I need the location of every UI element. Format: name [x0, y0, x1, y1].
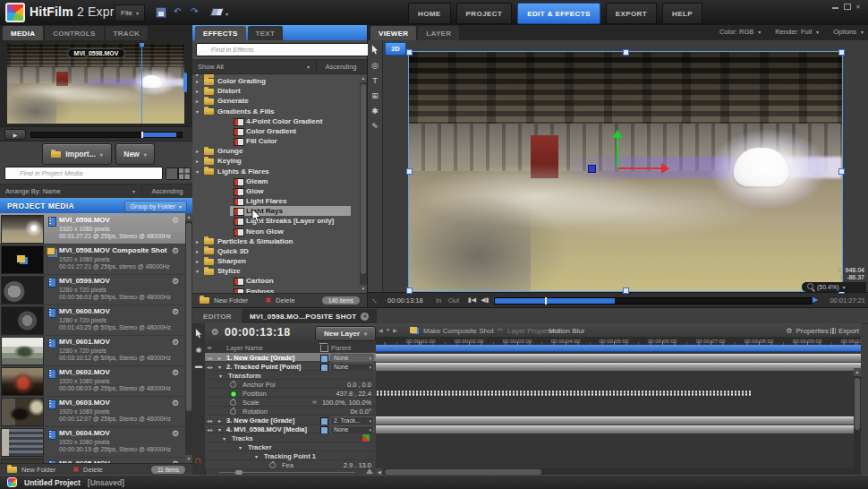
tree-collapsed-icon[interactable]: ▸ [196, 248, 199, 254]
effects-category[interactable]: ▸Grunge [192, 146, 358, 156]
preview-playhead[interactable] [141, 43, 142, 124]
media-item[interactable]: MVI_0602.MOV1920 x 1080 pixels00:00:08:0… [0, 365, 185, 397]
new-button[interactable]: New▾ [115, 143, 155, 165]
media-item[interactable]: MVI_0601.MOV1280 x 720 pixels00:03:10:12… [0, 335, 185, 366]
fit-resize-icon[interactable]: ↔ [370, 294, 381, 305]
media-scrollbar[interactable]: ▲ ▼ [185, 213, 192, 463]
dropdown-icon[interactable]: ▾ [226, 9, 228, 20]
slice-tool-icon[interactable]: ▬ [193, 361, 204, 371]
export-button[interactable]: Export [830, 327, 859, 335]
gizmo-y-arrow[interactable] [612, 130, 623, 138]
media-item[interactable]: MVI_0604.MOV1920 x 1080 pixels00:00:30:1… [0, 426, 185, 458]
media-item[interactable]: MVI_0598.MOV Composite Shot1920 x 1080 p… [0, 244, 185, 275]
import-button[interactable]: Import...▾ [42, 143, 112, 165]
timeline-clip-bar[interactable] [376, 363, 861, 371]
effects-category[interactable]: ▾Stylize [192, 266, 358, 276]
timeline-settings-icon[interactable]: ⚙ [211, 327, 219, 337]
effect-item[interactable]: Glow [192, 186, 358, 196]
parent-dropdown[interactable]: 2. Track...▾ [330, 416, 374, 425]
group-by-folder-button[interactable]: Group by Folder▾ [124, 201, 187, 212]
media-item-settings-icon[interactable]: ⚙ [172, 338, 179, 347]
effect-item[interactable]: Neon Glow [192, 227, 358, 236]
stopwatch-icon[interactable] [230, 408, 236, 415]
nav-help[interactable]: HELP [662, 3, 702, 24]
go-to-start-icon[interactable]: ▮◀ [468, 296, 476, 304]
eraser-icon[interactable] [210, 8, 225, 16]
effects-category[interactable]: ▸Keying [192, 156, 358, 166]
gizmo-x-arrow[interactable] [661, 163, 669, 174]
media-item-settings-icon[interactable]: ⚙ [172, 216, 179, 225]
editor-row-layer[interactable]: ◂▸▾2. Tracked Point [Point]None▾ [205, 362, 376, 371]
set-out-button[interactable]: Out [448, 296, 459, 305]
gizmo-y-axis[interactable] [617, 138, 618, 168]
effect-item[interactable]: Fill Color [192, 136, 358, 146]
media-item-settings-icon[interactable]: ⚙ [172, 307, 179, 316]
preview-scrubber[interactable] [30, 132, 183, 138]
current-icon[interactable]: ● [387, 327, 390, 333]
editor-row-layer[interactable]: ◂▸▸3. New Grade [Grade]2. Track...▾ [205, 416, 376, 425]
timeline-keyframes[interactable] [376, 390, 752, 396]
tree-expanded-icon[interactable]: ▾ [196, 168, 199, 175]
timeline-vertical-scrollbar[interactable]: ▲ [854, 368, 861, 476]
scrubber-playhead[interactable] [545, 297, 547, 305]
media-item[interactable]: MVI_0599.MOV1280 x 720 pixels00:00:56:03… [0, 274, 185, 305]
media-item-settings-icon[interactable]: ⚙ [172, 246, 179, 255]
redo-icon[interactable]: ↷ [191, 6, 198, 17]
media-item[interactable]: MVI_0603.MOV1920 x 1080 pixels00:00:12:0… [0, 396, 185, 427]
file-menu[interactable]: File▾ [115, 4, 145, 21]
tree-collapsed-icon[interactable]: ▸ [196, 148, 199, 154]
effects-category[interactable]: ▸Sharpen [192, 256, 358, 266]
editor-row-group[interactable]: ▾Tracking Point 1 [205, 451, 376, 460]
ascending-button[interactable]: Ascending [319, 63, 363, 71]
stopwatch-icon[interactable] [269, 462, 276, 468]
nav-export[interactable]: EXPORT [606, 3, 657, 24]
new-folder-button[interactable]: New Folder [214, 296, 248, 305]
keyframe-nav-icons[interactable]: ◂▸ [207, 417, 214, 424]
media-item-settings-icon[interactable]: ⚙ [172, 368, 179, 377]
tree-expanded-icon[interactable]: ▾ [196, 268, 199, 274]
delete-button[interactable]: Delete [276, 296, 295, 305]
tree-collapsed-icon[interactable]: ▸ [196, 78, 199, 84]
editor-timecode[interactable]: 00:00:13:18 [225, 326, 291, 339]
undo-icon[interactable]: ↶ [174, 6, 181, 17]
editor-tab-mvi-0598-mo-posite-shot[interactable]: MVI_0598.MO...POSITE SHOT✕ [242, 309, 378, 323]
parent-dropdown[interactable]: None▾ [330, 354, 374, 363]
tracked-point-handle[interactable] [588, 165, 596, 173]
preview-trim-handle[interactable] [183, 73, 187, 92]
tree-expanded-icon[interactable]: ▾ [196, 108, 199, 115]
editor-row-group[interactable]: ▾Tracker [205, 442, 376, 451]
scroll-down-icon[interactable]: ▼ [360, 285, 367, 293]
scroll-up-icon[interactable]: ▲ [854, 368, 861, 376]
effects-tab-effects[interactable]: EFFECTS [195, 26, 246, 40]
delete-button[interactable]: Delete [83, 466, 103, 474]
media-item[interactable]: MVI_0598.MOV1920 x 1080 pixels00:01:27:2… [0, 213, 185, 244]
effect-item[interactable]: Emboss [192, 287, 358, 293]
render-mode-dropdown[interactable]: Render: Full▾ [775, 28, 819, 36]
editor-row-layer[interactable]: ◂▸▸1. New Grade [Grade]None▾ [205, 353, 376, 362]
effect-item[interactable]: Light Rays [192, 206, 358, 216]
options-dropdown[interactable]: Options▾ [833, 28, 864, 36]
effects-category[interactable]: ▸Generate [192, 96, 358, 106]
view-mode-2d-button[interactable]: 2D [385, 42, 406, 56]
effects-category[interactable]: ▾Gradients & Fills [192, 107, 358, 116]
select-tool-icon[interactable] [370, 45, 380, 55]
prev-icon[interactable]: ◀ [379, 327, 383, 333]
nav-edit-effects[interactable]: EDIT & EFFECTS [517, 3, 600, 24]
effects-category[interactable]: ▸Distort [192, 86, 358, 96]
show-all-dropdown[interactable]: Show All [198, 63, 224, 71]
save-icon[interactable] [156, 7, 166, 18]
tree-collapsed-icon[interactable]: ▸ [196, 238, 199, 244]
effects-tab-text[interactable]: TEXT [248, 26, 284, 40]
scroll-up-icon[interactable]: ▲ [360, 74, 367, 82]
nav-project[interactable]: PROJECT [456, 3, 513, 24]
restore-icon[interactable] [844, 4, 851, 10]
make-composite-shot-button[interactable]: Make Composite Shot [423, 327, 494, 335]
new-layer-button[interactable]: New Layer▾ [315, 326, 376, 341]
select-tool-icon[interactable] [193, 329, 204, 339]
viewer-tab-viewer[interactable]: VIEWER [370, 26, 416, 40]
tree-collapsed-icon[interactable]: ▸ [218, 417, 221, 424]
text-tool-icon[interactable]: T [370, 75, 380, 85]
editor-row-prop[interactable]: Anchor Poi0.0 , 0.0 [205, 380, 376, 389]
editor-row-prop[interactable]: Scale∞100.0%, 100.0% [205, 398, 376, 407]
tree-collapsed-icon[interactable]: ▸ [218, 355, 221, 361]
